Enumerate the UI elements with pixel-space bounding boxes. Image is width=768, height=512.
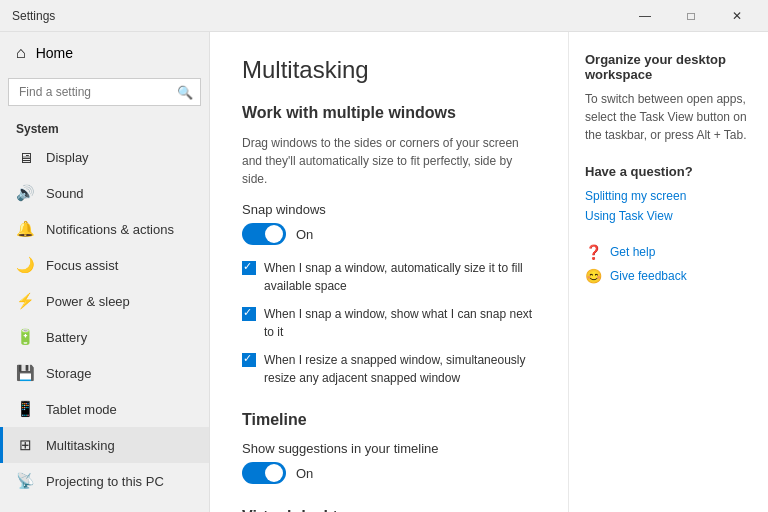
- tablet-label: Tablet mode: [46, 402, 117, 417]
- tip-desc: To switch between open apps, select the …: [585, 90, 752, 144]
- sidebar-item-home[interactable]: ⌂ Home: [0, 32, 209, 74]
- checkbox-row-3: When I resize a snapped window, simultan…: [242, 351, 536, 387]
- give-feedback-action[interactable]: 😊 Give feedback: [585, 268, 752, 284]
- right-panel: Organize your desktop workspace To switc…: [568, 32, 768, 512]
- checkbox-label-3: When I resize a snapped window, simultan…: [264, 351, 536, 387]
- main-content: Multitasking Work with multiple windows …: [210, 32, 568, 512]
- window-controls: — □ ✕: [622, 0, 760, 32]
- window-title: Settings: [12, 9, 55, 23]
- sound-icon: 🔊: [16, 184, 34, 202]
- snap-toggle-container: On: [242, 223, 536, 245]
- close-button[interactable]: ✕: [714, 0, 760, 32]
- sidebar-item-tablet[interactable]: 📱 Tablet mode: [0, 391, 209, 427]
- checkbox-2[interactable]: [242, 307, 256, 321]
- projecting-icon: 📡: [16, 472, 34, 490]
- snap-toggle-knob: [265, 225, 283, 243]
- checkbox-row-2: When I snap a window, show what I can sn…: [242, 305, 536, 341]
- get-help-label: Get help: [610, 245, 655, 259]
- snap-toggle-text: On: [296, 227, 313, 242]
- notifications-label: Notifications & actions: [46, 222, 174, 237]
- sidebar: ⌂ Home 🔍 System 🖥 Display 🔊 Sound 🔔 Noti…: [0, 32, 210, 512]
- timeline-toggle[interactable]: [242, 462, 286, 484]
- splitting-link[interactable]: Splitting my screen: [585, 189, 752, 203]
- sound-label: Sound: [46, 186, 84, 201]
- display-label: Display: [46, 150, 89, 165]
- minimize-button[interactable]: —: [622, 0, 668, 32]
- sidebar-item-notifications[interactable]: 🔔 Notifications & actions: [0, 211, 209, 247]
- display-icon: 🖥: [16, 149, 34, 166]
- search-icon: 🔍: [177, 85, 193, 100]
- sidebar-item-focus[interactable]: 🌙 Focus assist: [0, 247, 209, 283]
- virtual-desktops-title: Virtual desktops: [242, 508, 536, 512]
- timeline-toggle-container: On: [242, 462, 536, 484]
- system-section-label: System: [0, 114, 209, 140]
- sidebar-item-multitasking[interactable]: ⊞ Multitasking: [0, 427, 209, 463]
- sidebar-item-battery[interactable]: 🔋 Battery: [0, 319, 209, 355]
- get-help-action[interactable]: ❓ Get help: [585, 244, 752, 260]
- timeline-title: Timeline: [242, 411, 536, 429]
- section1-desc: Drag windows to the sides or corners of …: [242, 134, 536, 188]
- page-title: Multitasking: [242, 56, 536, 84]
- sidebar-item-projecting[interactable]: 📡 Projecting to this PC: [0, 463, 209, 499]
- question-title: Have a question?: [585, 164, 752, 179]
- multitasking-label: Multitasking: [46, 438, 115, 453]
- checkbox-row-1: When I snap a window, automatically size…: [242, 259, 536, 295]
- focus-label: Focus assist: [46, 258, 118, 273]
- checkbox-1[interactable]: [242, 261, 256, 275]
- shared-icon: ✕: [16, 508, 34, 512]
- projecting-label: Projecting to this PC: [46, 474, 164, 489]
- checkbox-label-1: When I snap a window, automatically size…: [264, 259, 536, 295]
- home-label: Home: [36, 45, 73, 61]
- sidebar-item-display[interactable]: 🖥 Display: [0, 140, 209, 175]
- help-icon: ❓: [585, 244, 602, 260]
- sidebar-item-storage[interactable]: 💾 Storage: [0, 355, 209, 391]
- feedback-icon: 😊: [585, 268, 602, 284]
- checkbox-label-2: When I snap a window, show what I can sn…: [264, 305, 536, 341]
- home-icon: ⌂: [16, 44, 26, 62]
- tablet-icon: 📱: [16, 400, 34, 418]
- task-view-link[interactable]: Using Task View: [585, 209, 752, 223]
- power-label: Power & sleep: [46, 294, 130, 309]
- sidebar-item-shared[interactable]: ✕ Shared experiences: [0, 499, 209, 512]
- give-feedback-label: Give feedback: [610, 269, 687, 283]
- snap-toggle[interactable]: [242, 223, 286, 245]
- notifications-icon: 🔔: [16, 220, 34, 238]
- search-input[interactable]: [8, 78, 201, 106]
- app-container: ⌂ Home 🔍 System 🖥 Display 🔊 Sound 🔔 Noti…: [0, 32, 768, 512]
- power-icon: ⚡: [16, 292, 34, 310]
- tip-title: Organize your desktop workspace: [585, 52, 752, 82]
- checkbox-3[interactable]: [242, 353, 256, 367]
- sidebar-item-sound[interactable]: 🔊 Sound: [0, 175, 209, 211]
- battery-icon: 🔋: [16, 328, 34, 346]
- section1-title: Work with multiple windows: [242, 104, 536, 122]
- multitasking-icon: ⊞: [16, 436, 34, 454]
- timeline-toggle-knob: [265, 464, 283, 482]
- titlebar: Settings — □ ✕: [0, 0, 768, 32]
- timeline-desc: Show suggestions in your timeline: [242, 441, 536, 456]
- snap-windows-label: Snap windows: [242, 202, 536, 217]
- sidebar-item-power[interactable]: ⚡ Power & sleep: [0, 283, 209, 319]
- storage-label: Storage: [46, 366, 92, 381]
- storage-icon: 💾: [16, 364, 34, 382]
- timeline-toggle-text: On: [296, 466, 313, 481]
- focus-icon: 🌙: [16, 256, 34, 274]
- maximize-button[interactable]: □: [668, 0, 714, 32]
- sidebar-search-container: 🔍: [8, 78, 201, 106]
- battery-label: Battery: [46, 330, 87, 345]
